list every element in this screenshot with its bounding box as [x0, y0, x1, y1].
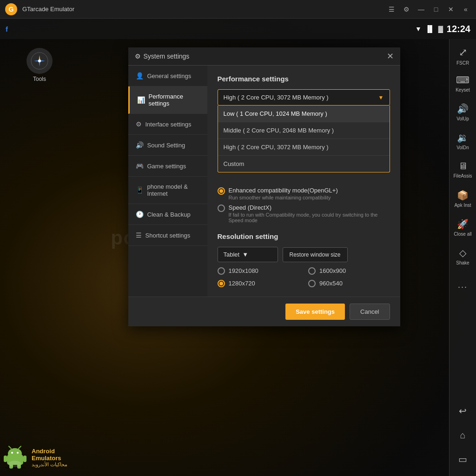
nav-label-performance: Performance settings [149, 93, 200, 107]
volup-button[interactable]: 🔊 VolUp [451, 98, 475, 126]
device-type-dropdown[interactable]: Tablet ▼ [218, 247, 278, 262]
battery-icon: ▓ [438, 25, 443, 33]
res-960-radio[interactable] [308, 280, 316, 287]
nav-label-sound: Sound Setting [147, 142, 185, 149]
dialog-title-text: System settings [144, 53, 190, 60]
settings-button[interactable]: ⚙ [400, 3, 413, 16]
brand-area: Android Emulators محاكيات الأندرويد [2, 443, 77, 471]
nav-label-game: Game settings [147, 163, 186, 170]
android-back-button[interactable]: ↩ [451, 399, 475, 423]
nav-label-interface: Interface settings [145, 121, 192, 128]
svg-point-10 [8, 448, 22, 459]
dialog-title-area: ⚙ System settings [135, 53, 190, 60]
svg-point-19 [8, 461, 21, 467]
dropdown-item-low[interactable]: Low ( 1 Core CPU, 1024 MB Memory ) [218, 106, 390, 122]
voldn-label: VolDn [456, 145, 469, 150]
res-option-1600[interactable]: 1600x900 [308, 267, 390, 275]
resolution-options-grid: 1920x1080 1600x900 1280x720 [218, 267, 390, 287]
resolution-controls-row: Tablet ▼ Restore window size [218, 247, 390, 262]
settings-nav: 👤 General settings 📊 Performance setting… [128, 66, 207, 297]
volup-icon: 🔊 [457, 103, 469, 114]
device-dropdown-arrow: ▼ [242, 251, 248, 258]
brand-name-english: Android Emulators [32, 448, 77, 462]
svg-text:G: G [9, 6, 14, 13]
res-option-1920[interactable]: 1920x1080 [218, 267, 299, 275]
status-indicators: ▼ ▐▌ ▓ 12:24 [415, 24, 470, 34]
wifi-icon: ▼ [415, 25, 422, 33]
nav-item-sound[interactable]: 🔊 Sound Setting [128, 135, 207, 156]
nav-label-clean: Clean & Backup [147, 211, 191, 218]
nav-item-clean[interactable]: 🕐 Clean & Backup [128, 204, 207, 225]
svg-point-12 [17, 452, 19, 454]
res-option-1280[interactable]: 1280x720 [218, 279, 299, 287]
back-button[interactable]: « [459, 3, 472, 16]
more-button[interactable]: ... [451, 271, 475, 299]
dropdown-item-custom[interactable]: Custom [218, 156, 390, 172]
nav-item-interface[interactable]: ⚙ Interface settings [128, 114, 207, 135]
res-1600-radio[interactable] [308, 267, 316, 275]
device-type-label: Tablet [224, 251, 240, 258]
maximize-button[interactable]: □ [430, 3, 443, 16]
clock: 12:24 [447, 24, 470, 34]
apkinst-button[interactable]: 📦 Apk Inst [451, 184, 475, 213]
nav-item-performance[interactable]: 📊 Performance settings [128, 86, 207, 114]
window-controls: ☰ ⚙ — □ ✕ « [385, 3, 472, 16]
nav-item-game[interactable]: 🎮 Game settings [128, 156, 207, 177]
dropdown-item-middle[interactable]: Middle ( 2 Core CPU, 2048 MB Memory ) [218, 122, 390, 139]
opengl-radio-button[interactable] [218, 187, 225, 195]
performance-dropdown-list: Low ( 1 Core CPU, 1024 MB Memory ) Middl… [218, 106, 390, 172]
general-icon: 👤 [136, 72, 144, 79]
fileassist-button[interactable]: 🖥 FileAssis [451, 155, 475, 184]
nav-label-general: General settings [147, 73, 192, 79]
fscr-icon: ⤢ [459, 46, 467, 59]
dialog-close-button[interactable]: ✕ [387, 52, 394, 60]
keyset-label: Keyset [456, 87, 470, 93]
performance-dropdown-trigger[interactable]: High ( 2 Core CPU, 3072 MB Memory ) ▼ [218, 89, 390, 106]
svg-rect-16 [23, 456, 26, 462]
game-icon: 🎮 [136, 162, 144, 170]
nav-item-general[interactable]: 👤 General settings [128, 66, 207, 86]
android-apps-button[interactable]: ▭ [451, 447, 475, 471]
nav-item-shortcut[interactable]: ☰ Shortcut settings [128, 225, 207, 246]
closeall-icon: 🚀 [457, 218, 469, 230]
apkinst-icon: 📦 [457, 190, 469, 201]
android-home-button[interactable]: ⌂ [451, 423, 475, 447]
shake-icon: ◇ [459, 247, 466, 258]
menu-button[interactable]: ☰ [385, 3, 398, 16]
shake-button[interactable]: ◇ Shake [451, 242, 475, 271]
app-title: GTarcade Emulator [22, 6, 385, 13]
closeall-button[interactable]: 🚀 Close all [451, 213, 475, 242]
fscr-label: FSCR [456, 60, 469, 66]
status-bar: f ▼ ▐▌ ▓ 12:24 [0, 19, 476, 39]
cancel-button[interactable]: Cancel [350, 304, 390, 320]
res-1600-label: 1600x900 [319, 267, 346, 274]
restore-window-size-button[interactable]: Restore window size [283, 247, 348, 262]
dropdown-item-high[interactable]: High ( 2 Core CPU, 3072 MB Memory ) [218, 139, 390, 156]
directx-radio-button[interactable] [218, 205, 225, 212]
right-sidebar: ⤢ FSCR ⌨ Keyset 🔊 VolUp 🔉 VolDn 🖥 FileAs… [449, 39, 476, 476]
dialog-title-icon: ⚙ [135, 53, 141, 60]
tools-app-icon[interactable]: Tools [21, 46, 58, 84]
tools-icon [26, 48, 53, 74]
tools-label: Tools [33, 76, 46, 82]
minimize-button[interactable]: — [415, 3, 428, 16]
performance-dropdown-container: High ( 2 Core CPU, 3072 MB Memory ) ▼ Lo… [218, 89, 390, 106]
nav-item-phone[interactable]: 📱 phone model & Internet [128, 177, 207, 204]
interface-icon: ⚙ [136, 120, 142, 128]
fscr-button[interactable]: ⤢ FSCR [451, 43, 475, 69]
res-option-960[interactable]: 960x540 [308, 279, 390, 287]
res-1920-radio[interactable] [218, 267, 225, 275]
res-1280-radio[interactable] [218, 280, 225, 287]
titlebar: G GTarcade Emulator ☰ ⚙ — □ ✕ « [0, 0, 476, 19]
svg-rect-15 [4, 456, 7, 462]
performance-icon: 📊 [137, 96, 145, 104]
clean-icon: 🕐 [136, 211, 144, 218]
render-mode-options: Enhanced compatibility mode(OpenGL+) Run… [218, 187, 390, 223]
svg-point-7 [38, 60, 41, 62]
keyset-button[interactable]: ⌨ Keyset [451, 69, 475, 98]
shortcut-icon: ☰ [136, 231, 142, 239]
close-button[interactable]: ✕ [444, 3, 457, 16]
voldn-button[interactable]: 🔉 VolDn [451, 126, 475, 155]
directx-option-text: Speed (DirectX) If fail to run with Comp… [229, 204, 390, 223]
save-settings-button[interactable]: Save settings [285, 304, 345, 320]
